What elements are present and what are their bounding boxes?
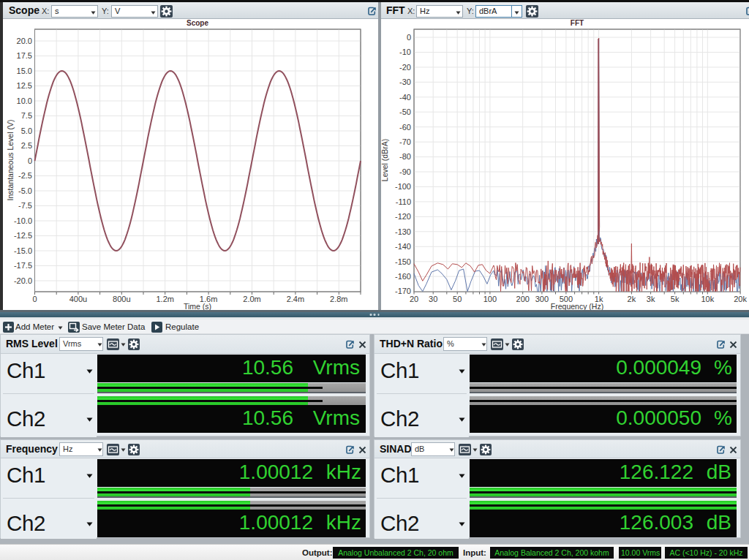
svg-text:-10: -10 (399, 48, 411, 56)
svg-text:-70: -70 (399, 137, 411, 146)
svg-text:-7.5: -7.5 (18, 201, 32, 210)
svg-text:20k: 20k (734, 295, 747, 303)
svg-text:-15.0: -15.0 (14, 246, 32, 255)
svg-text:-5.0: -5.0 (18, 186, 32, 195)
svg-text:15.0: 15.0 (17, 67, 32, 75)
svg-text:2.0m: 2.0m (243, 295, 260, 303)
svg-text:-10.0: -10.0 (14, 216, 32, 225)
svg-text:2.8m: 2.8m (330, 295, 347, 303)
svg-text:Level (dBrA): Level (dBrA) (381, 139, 389, 181)
svg-text:100: 100 (483, 295, 497, 303)
svg-text:2.5: 2.5 (21, 141, 32, 150)
svg-text:Scope: Scope (187, 19, 208, 27)
svg-text:17.5: 17.5 (17, 51, 32, 60)
svg-text:-120: -120 (395, 212, 411, 221)
svg-text:2k: 2k (628, 295, 636, 303)
svg-text:30: 30 (429, 295, 437, 303)
svg-text:-160: -160 (395, 272, 411, 281)
svg-text:-130: -130 (395, 227, 411, 236)
svg-text:0: 0 (32, 295, 37, 303)
svg-text:10.0: 10.0 (17, 97, 32, 105)
svg-text:10k: 10k (701, 295, 714, 303)
svg-text:50: 50 (453, 295, 462, 303)
svg-text:-2.5: -2.5 (18, 171, 32, 180)
svg-text:-30: -30 (399, 77, 411, 86)
svg-text:5k: 5k (671, 295, 680, 303)
svg-text:20: 20 (410, 295, 418, 303)
svg-text:-50: -50 (399, 107, 411, 116)
svg-text:300: 300 (535, 295, 549, 303)
svg-text:FFT: FFT (571, 19, 584, 27)
svg-text:-12.5: -12.5 (14, 231, 32, 240)
svg-text:-20.0: -20.0 (14, 276, 32, 285)
svg-text:-110: -110 (396, 197, 411, 206)
svg-text:-80: -80 (399, 152, 411, 161)
svg-text:-20: -20 (399, 63, 411, 72)
svg-text:-40: -40 (399, 93, 411, 102)
svg-text:1.2m: 1.2m (156, 295, 173, 303)
svg-text:20.0: 20.0 (17, 37, 32, 45)
svg-text:0: 0 (28, 156, 32, 165)
svg-text:-150: -150 (395, 257, 411, 266)
svg-text:200: 200 (516, 295, 530, 303)
svg-text:-100: -100 (395, 182, 411, 191)
svg-text:-170: -170 (395, 287, 411, 295)
svg-text:2.4m: 2.4m (287, 295, 304, 303)
svg-text:-17.5: -17.5 (14, 261, 32, 270)
svg-text:-90: -90 (399, 167, 411, 176)
svg-text:Instantaneous Level (V): Instantaneous Level (V) (6, 120, 15, 201)
svg-text:7.5: 7.5 (21, 111, 32, 120)
svg-text:5.0: 5.0 (21, 126, 32, 135)
svg-text:12.5: 12.5 (17, 81, 32, 90)
svg-text:0: 0 (407, 33, 411, 42)
svg-text:800u: 800u (113, 295, 130, 303)
svg-text:400u: 400u (69, 295, 87, 303)
svg-text:3k: 3k (647, 295, 655, 303)
svg-text:-60: -60 (399, 123, 411, 132)
svg-text:-140: -140 (395, 242, 411, 251)
